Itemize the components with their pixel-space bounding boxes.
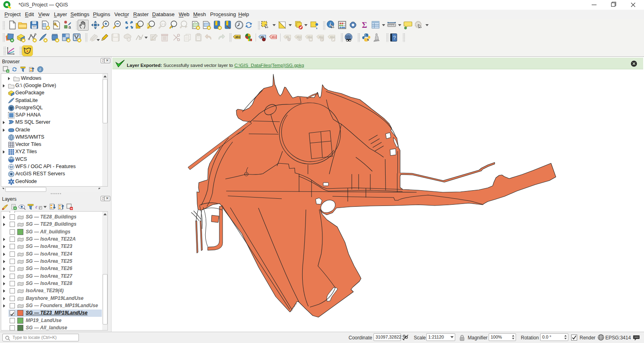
svg-text:abc: abc <box>271 35 277 39</box>
svg-text:i: i <box>330 21 331 27</box>
svg-text:a: a <box>68 25 71 29</box>
svg-text:i: i <box>39 67 41 72</box>
svg-text:?: ? <box>393 35 396 41</box>
svg-text:abc: abc <box>235 35 240 39</box>
svg-text:1:1: 1:1 <box>161 23 165 25</box>
svg-text:Σ: Σ <box>362 21 367 29</box>
svg-text:ε: ε <box>35 204 38 210</box>
svg-text:W: W <box>10 165 13 169</box>
svg-text:abc: abc <box>296 35 301 39</box>
